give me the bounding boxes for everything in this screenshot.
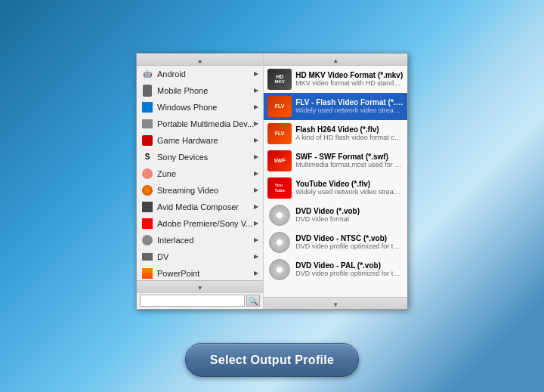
right-panel: HD MKV HD MKV Video Format (*.mkv) MKV v… bbox=[264, 54, 407, 309]
sidebar-item-mobile-label: Mobile Phone bbox=[157, 86, 254, 95]
sidebar-item-streaming[interactable]: Streaming Video ▶ bbox=[137, 182, 263, 199]
right-scroll-up[interactable] bbox=[264, 54, 407, 66]
flash-h264-text: Flash H264 Video (*.flv) A kind of HD fl… bbox=[295, 125, 403, 141]
sidebar-item-interlaced-label: Interlaced bbox=[157, 236, 254, 245]
chevron-right-icon: ▶ bbox=[254, 153, 258, 160]
flash-h264-desc: A kind of HD flash video format coding w… bbox=[295, 134, 403, 141]
right-scroll-down[interactable] bbox=[264, 297, 407, 309]
ppt-icon bbox=[141, 267, 153, 279]
sidebar-item-game-hardware[interactable]: Game Hardware ▶ bbox=[137, 132, 263, 149]
chevron-right-icon: ▶ bbox=[254, 220, 258, 227]
format-item-flash-h264[interactable]: FLV Flash H264 Video (*.flv) A kind of H… bbox=[264, 120, 407, 147]
youtube-title: YouTube Video (*.flv) bbox=[295, 180, 403, 188]
chevron-right-icon: ▶ bbox=[254, 103, 258, 110]
search-input[interactable] bbox=[140, 295, 245, 307]
down-arrow-icon bbox=[197, 279, 203, 293]
dvd-pal-text: DVD Video - PAL (*.vob) DVD video profil… bbox=[295, 261, 403, 277]
search-icon: 🔍 bbox=[249, 297, 258, 305]
select-output-profile-label: Select Output Profile bbox=[210, 353, 335, 367]
chevron-right-icon: ▶ bbox=[254, 253, 258, 260]
sidebar-item-avid[interactable]: Avid Media Composer ▶ bbox=[137, 199, 263, 215]
sidebar-item-ppt-label: PowerPoint bbox=[157, 269, 254, 278]
youtube-text: YouTube Video (*.flv) Widely used networ… bbox=[295, 180, 403, 196]
swf-title: SWF - SWF Format (*.swf) bbox=[295, 153, 403, 161]
dvd-pal-title: DVD Video - PAL (*.vob) bbox=[295, 261, 403, 270]
dvd-ntsc-text: DVD Video - NTSC (*.vob) DVD video profi… bbox=[295, 234, 403, 250]
sidebar-item-zune[interactable]: Zune ▶ bbox=[137, 165, 263, 182]
android-icon: 🤖 bbox=[141, 68, 153, 80]
swf-desc: Multimedia format,most used for network … bbox=[295, 161, 403, 168]
mkv-text: HD MKV Video Format (*.mkv) MKV video fo… bbox=[295, 71, 403, 87]
dv-icon bbox=[141, 251, 153, 263]
sidebar-item-sony-devices[interactable]: S Sony Devices ▶ bbox=[137, 149, 263, 165]
flash-icon: FLV bbox=[267, 123, 292, 144]
sidebar-item-windows-phone[interactable]: Windows Phone ▶ bbox=[137, 99, 263, 116]
format-item-dvd-pal[interactable]: DVD Video - PAL (*.vob) DVD video profil… bbox=[264, 256, 407, 283]
youtube-icon: YouTube bbox=[267, 177, 292, 199]
right-items-list: HD MKV HD MKV Video Format (*.mkv) MKV v… bbox=[264, 66, 407, 297]
dvd-ntsc-title: DVD Video - NTSC (*.vob) bbox=[295, 234, 403, 242]
left-scroll-down[interactable] bbox=[137, 280, 263, 292]
sidebar-item-avid-label: Avid Media Composer bbox=[157, 202, 254, 211]
chevron-right-icon: ▶ bbox=[254, 270, 258, 276]
youtube-desc: Widely used network video streaming medi… bbox=[295, 188, 403, 196]
format-item-youtube[interactable]: YouTube YouTube Video (*.flv) Widely use… bbox=[264, 174, 407, 202]
format-item-swf[interactable]: SWF SWF - SWF Format (*.swf) Multimedia … bbox=[264, 147, 407, 174]
sidebar-item-android[interactable]: 🤖 Android ▶ bbox=[137, 66, 263, 82]
winphone-icon bbox=[141, 101, 153, 113]
format-item-dvd-vob[interactable]: DVD Video (*.vob) DVD video format bbox=[264, 202, 407, 229]
chevron-right-icon: ▶ bbox=[254, 236, 258, 243]
format-item-flv[interactable]: FLV FLV - Flash Video Format (*.flv) Wid… bbox=[264, 93, 407, 120]
sidebar-item-game-label: Game Hardware bbox=[157, 136, 254, 145]
chevron-right-icon: ▶ bbox=[254, 170, 258, 177]
sidebar-item-dv-label: DV bbox=[157, 252, 254, 261]
select-output-profile-button[interactable]: Select Output Profile bbox=[185, 343, 359, 377]
sidebar-item-dv[interactable]: DV ▶ bbox=[137, 248, 263, 265]
sidebar-item-android-label: Android bbox=[157, 69, 254, 79]
chevron-right-icon: ▶ bbox=[254, 203, 258, 210]
sidebar-item-adobe[interactable]: Adobe Premiere/Sony V... ▶ bbox=[137, 215, 263, 232]
sidebar-item-mobile-phone[interactable]: Mobile Phone ▶ bbox=[137, 82, 263, 99]
dvd-vob-desc: DVD video format bbox=[295, 215, 360, 223]
left-scroll-up[interactable] bbox=[137, 54, 263, 66]
chevron-right-icon: ▶ bbox=[254, 70, 258, 77]
sidebar-item-interlaced[interactable]: Interlaced ▶ bbox=[137, 232, 263, 248]
disc-pal-icon bbox=[267, 259, 292, 280]
swf-icon: SWF bbox=[267, 150, 292, 171]
main-panel: 🤖 Android ▶ Mobile Phone ▶ Windows Phone… bbox=[136, 53, 408, 310]
sony-icon: S bbox=[141, 151, 153, 163]
mkv-desc: MKV video format with HD standard bbox=[295, 79, 403, 87]
search-bar: 🔍 bbox=[137, 292, 263, 309]
up-arrow-icon bbox=[197, 52, 203, 66]
sidebar-item-portable[interactable]: Portable Multimedia Dev... ▶ bbox=[137, 116, 263, 132]
format-item-mkv[interactable]: HD MKV HD MKV Video Format (*.mkv) MKV v… bbox=[264, 66, 407, 93]
mkv-icon: HD MKV bbox=[267, 69, 292, 90]
search-button[interactable]: 🔍 bbox=[246, 295, 260, 307]
stream-icon bbox=[141, 184, 153, 196]
left-items-list: 🤖 Android ▶ Mobile Phone ▶ Windows Phone… bbox=[137, 66, 263, 280]
chevron-right-icon: ▶ bbox=[254, 87, 258, 94]
chevron-right-icon: ▶ bbox=[254, 120, 258, 127]
disc-icon bbox=[267, 205, 292, 226]
left-panel: 🤖 Android ▶ Mobile Phone ▶ Windows Phone… bbox=[137, 54, 264, 309]
chevron-right-icon: ▶ bbox=[254, 137, 258, 144]
adobe-icon bbox=[141, 218, 153, 230]
interlaced-icon bbox=[141, 234, 153, 246]
portable-icon bbox=[141, 118, 153, 130]
disc-ntsc-icon bbox=[267, 232, 292, 253]
game-icon bbox=[141, 134, 153, 147]
swf-text: SWF - SWF Format (*.swf) Multimedia form… bbox=[295, 153, 403, 168]
mkv-title: HD MKV Video Format (*.mkv) bbox=[295, 71, 403, 79]
down-arrow-icon bbox=[332, 296, 338, 310]
sidebar-item-streaming-label: Streaming Video bbox=[157, 186, 254, 195]
sidebar-item-powerpoint[interactable]: PowerPoint ▶ bbox=[137, 265, 263, 280]
avid-icon bbox=[141, 201, 153, 213]
flv-icon: FLV bbox=[267, 96, 292, 117]
sidebar-item-adobe-label: Adobe Premiere/Sony V... bbox=[157, 219, 254, 228]
dvd-pal-desc: DVD video profile optimized for televisi… bbox=[295, 270, 403, 277]
format-item-dvd-ntsc[interactable]: DVD Video - NTSC (*.vob) DVD video profi… bbox=[264, 229, 407, 256]
mobile-icon bbox=[141, 85, 153, 97]
dvd-vob-title: DVD Video (*.vob) bbox=[295, 207, 360, 215]
chevron-right-icon: ▶ bbox=[254, 187, 258, 193]
sidebar-item-portable-label: Portable Multimedia Dev... bbox=[157, 119, 254, 128]
